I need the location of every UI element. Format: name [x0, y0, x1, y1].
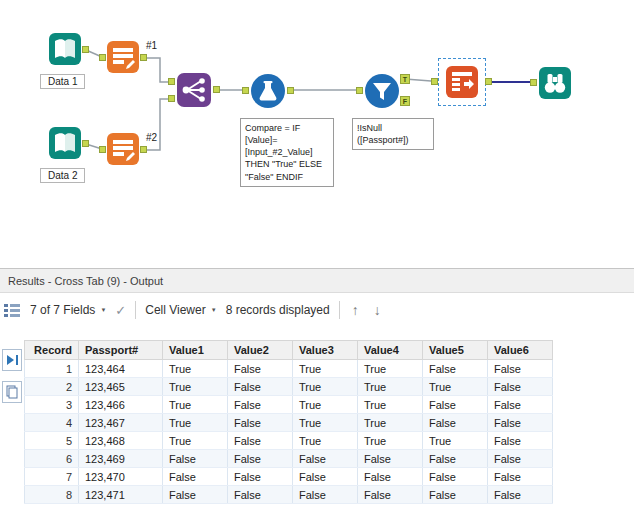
filter-annotation[interactable]: !IsNull ([Passport#]) [352, 118, 434, 150]
table-cell[interactable]: 123,468 [79, 432, 163, 450]
record-number-cell[interactable]: 1 [25, 360, 79, 378]
formula-tool[interactable] [250, 73, 286, 109]
column-header[interactable]: Value5 [423, 341, 488, 360]
scroll-up-icon[interactable]: ↑ [349, 302, 362, 318]
table-cell[interactable]: False [163, 468, 228, 486]
table-cell[interactable]: True [358, 414, 423, 432]
column-header[interactable]: Value1 [163, 341, 228, 360]
table-cell[interactable]: False [163, 450, 228, 468]
table-cell[interactable]: 123,467 [79, 414, 163, 432]
input-data-tool-1[interactable] [48, 32, 82, 66]
table-cell[interactable]: True [163, 360, 228, 378]
multi-field-formula-tool-1[interactable] [106, 40, 140, 74]
column-header[interactable]: Passport# [79, 341, 163, 360]
record-number-cell[interactable]: 2 [25, 378, 79, 396]
table-cell[interactable]: False [358, 468, 423, 486]
copy-document-icon[interactable] [2, 381, 22, 403]
table-cell[interactable]: True [163, 414, 228, 432]
false-output-anchor[interactable]: F [400, 96, 410, 106]
record-number-cell[interactable]: 4 [25, 414, 79, 432]
input-anchor[interactable] [99, 146, 106, 153]
record-number-cell[interactable]: 5 [25, 432, 79, 450]
column-header[interactable]: Value3 [293, 341, 358, 360]
table-cell[interactable]: False [488, 360, 553, 378]
input-anchor[interactable] [356, 87, 363, 94]
output-anchor[interactable] [82, 140, 89, 147]
union-tool[interactable] [176, 72, 212, 108]
table-cell[interactable]: False [358, 486, 423, 504]
table-cell[interactable]: True [423, 378, 488, 396]
table-row[interactable]: 3123,466TrueFalseTrueTrueFalseFalse [25, 396, 553, 414]
table-row[interactable]: 5123,468TrueFalseTrueTrueTrueFalse [25, 432, 553, 450]
table-cell[interactable]: 123,465 [79, 378, 163, 396]
column-header[interactable]: Value2 [228, 341, 293, 360]
table-cell[interactable]: True [423, 432, 488, 450]
table-cell[interactable]: False [488, 450, 553, 468]
pop-out-icon[interactable] [2, 349, 22, 371]
browse-tool[interactable] [538, 66, 572, 100]
scroll-down-icon[interactable]: ↓ [371, 302, 384, 318]
table-row[interactable]: 7123,470FalseFalseFalseFalseFalseFalse [25, 468, 553, 486]
table-rows-icon[interactable] [2, 299, 22, 321]
fields-dropdown[interactable]: 7 of 7 Fields ▼ [30, 303, 106, 317]
input-anchor[interactable] [168, 78, 175, 85]
table-cell[interactable]: False [488, 468, 553, 486]
record-number-cell[interactable]: 8 [25, 486, 79, 504]
table-cell[interactable]: False [488, 396, 553, 414]
table-cell[interactable]: False [423, 396, 488, 414]
table-cell[interactable]: True [293, 414, 358, 432]
table-cell[interactable]: True [358, 396, 423, 414]
table-cell[interactable]: False [293, 486, 358, 504]
input-anchor[interactable] [99, 54, 106, 61]
tool-container-label[interactable]: Data 2 [40, 168, 85, 183]
table-cell[interactable]: False [423, 414, 488, 432]
table-cell[interactable]: False [228, 414, 293, 432]
table-row[interactable]: 1123,464TrueFalseTrueTrueFalseFalse [25, 360, 553, 378]
table-cell[interactable]: False [358, 450, 423, 468]
table-cell[interactable]: False [293, 468, 358, 486]
table-cell[interactable]: False [423, 486, 488, 504]
column-header[interactable]: Record [25, 341, 79, 360]
record-number-cell[interactable]: 3 [25, 396, 79, 414]
table-cell[interactable]: False [163, 486, 228, 504]
table-cell[interactable]: 123,464 [79, 360, 163, 378]
table-row[interactable]: 4123,467TrueFalseTrueTrueFalseFalse [25, 414, 553, 432]
multi-field-formula-tool-2[interactable] [106, 132, 140, 166]
true-output-anchor[interactable]: T [400, 74, 410, 84]
output-anchor[interactable] [140, 146, 147, 153]
table-cell[interactable]: False [423, 468, 488, 486]
output-anchor[interactable] [140, 54, 147, 61]
table-cell[interactable]: False [228, 360, 293, 378]
tool-container-label[interactable]: Data 1 [40, 74, 85, 89]
table-row[interactable]: 6123,469FalseFalseFalseFalseFalseFalse [25, 450, 553, 468]
table-cell[interactable]: False [423, 360, 488, 378]
table-cell[interactable]: True [358, 360, 423, 378]
output-anchor[interactable] [485, 78, 492, 85]
table-cell[interactable]: False [228, 396, 293, 414]
table-cell[interactable]: True [293, 378, 358, 396]
table-cell[interactable]: False [293, 450, 358, 468]
output-anchor[interactable] [82, 46, 89, 53]
table-cell[interactable]: False [423, 450, 488, 468]
output-anchor[interactable] [213, 86, 220, 93]
table-cell[interactable]: True [293, 396, 358, 414]
table-cell[interactable]: False [228, 486, 293, 504]
table-cell[interactable]: False [228, 378, 293, 396]
input-anchor[interactable] [168, 95, 175, 102]
formula-annotation[interactable]: Compare = IF [Value]= [Input_#2_Value] T… [240, 118, 334, 187]
table-cell[interactable]: False [228, 468, 293, 486]
record-number-cell[interactable]: 7 [25, 468, 79, 486]
table-cell[interactable]: False [488, 414, 553, 432]
table-cell[interactable]: 123,470 [79, 468, 163, 486]
table-cell[interactable]: 123,471 [79, 486, 163, 504]
table-cell[interactable]: 123,466 [79, 396, 163, 414]
table-cell[interactable]: True [358, 378, 423, 396]
record-number-cell[interactable]: 6 [25, 450, 79, 468]
table-cell[interactable]: False [488, 378, 553, 396]
table-cell[interactable]: False [488, 486, 553, 504]
input-anchor[interactable] [431, 78, 438, 85]
table-cell[interactable]: False [228, 432, 293, 450]
table-cell[interactable]: False [488, 432, 553, 450]
column-header[interactable]: Value6 [488, 341, 553, 360]
table-row[interactable]: 2123,465TrueFalseTrueTrueTrueFalse [25, 378, 553, 396]
